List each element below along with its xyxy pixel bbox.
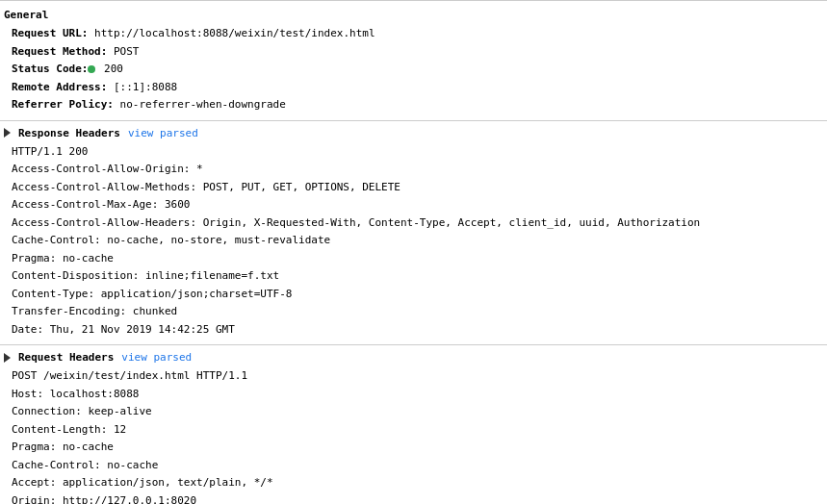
request-headers-view-parsed[interactable]: view parsed xyxy=(121,351,192,364)
general-section: General Request URL: http://localhost:80… xyxy=(0,0,827,120)
general-field: Request URL: http://localhost:8088/weixi… xyxy=(12,25,815,43)
request-header-line: Content-Length: 12 xyxy=(12,421,815,440)
field-label: Request URL: xyxy=(12,27,88,39)
request-headers-header: Request Headers view parsed xyxy=(0,349,827,365)
request-headers-content: POST /weixin/test/index.html HTTP/1.1Hos… xyxy=(0,365,827,504)
field-value: http://localhost:8088/weixin/test/index.… xyxy=(88,27,375,39)
status-dot-icon xyxy=(88,65,95,73)
request-header-line: Pragma: no-cache xyxy=(12,439,815,457)
field-value: 200 xyxy=(97,63,123,75)
general-field: Remote Address: [::1]:8088 xyxy=(12,79,815,97)
response-header-line: Pragma: no-cache xyxy=(12,250,815,268)
response-header-line: Access-Control-Allow-Headers: Origin, X-… xyxy=(12,214,815,233)
response-header-line: Cache-Control: no-cache, no-store, must-… xyxy=(12,232,815,250)
request-headers-triangle[interactable] xyxy=(4,353,11,363)
response-header-line: Access-Control-Max-Age: 3600 xyxy=(12,196,815,214)
response-header-line: Transfer-Encoding: chunked xyxy=(12,303,815,321)
response-header-line: Date: Thu, 21 Nov 2019 14:42:25 GMT xyxy=(12,321,815,340)
request-headers-label: Request Headers xyxy=(18,351,114,364)
field-label: Remote Address: xyxy=(12,81,107,93)
field-value: no-referrer-when-downgrade xyxy=(114,98,286,111)
request-header-line: Connection: keep-alive xyxy=(12,403,815,421)
field-value: [::1]:8088 xyxy=(107,81,177,93)
request-header-line: Accept: application/json, text/plain, */… xyxy=(12,474,815,492)
general-field: Status Code: 200 xyxy=(12,61,815,79)
request-headers-section: Request Headers view parsed POST /weixin… xyxy=(0,344,827,504)
general-content: Request URL: http://localhost:8088/weixi… xyxy=(0,23,827,118)
field-value: POST xyxy=(107,45,139,58)
response-header-line: Content-Disposition: inline;filename=f.t… xyxy=(12,267,815,286)
response-headers-triangle[interactable] xyxy=(4,128,11,138)
response-header-line: Access-Control-Allow-Origin: * xyxy=(12,161,815,179)
response-headers-header: Response Headers view parsed xyxy=(0,125,827,141)
response-header-line: Content-Type: application/json;charset=U… xyxy=(12,286,815,304)
field-label: Status Code: xyxy=(12,63,88,75)
response-header-line: HTTP/1.1 200 xyxy=(12,143,815,162)
general-label: General xyxy=(4,9,48,21)
response-headers-section: Response Headers view parsed HTTP/1.1 20… xyxy=(0,120,827,345)
request-header-line: Host: localhost:8088 xyxy=(12,386,815,404)
general-header: General xyxy=(0,5,827,23)
general-field: Request Method: POST xyxy=(12,43,815,62)
response-headers-content: HTTP/1.1 200Access-Control-Allow-Origin:… xyxy=(0,141,827,343)
request-header-line: POST /weixin/test/index.html HTTP/1.1 xyxy=(12,367,815,386)
response-headers-view-parsed[interactable]: view parsed xyxy=(128,127,198,139)
response-header-line: Access-Control-Allow-Methods: POST, PUT,… xyxy=(12,179,815,197)
request-header-line: Cache-Control: no-cache xyxy=(12,457,815,475)
response-headers-label: Response Headers xyxy=(18,127,120,139)
request-header-line: Origin: http://127.0.0.1:8020 xyxy=(12,492,815,505)
general-field: Referrer Policy: no-referrer-when-downgr… xyxy=(12,96,815,114)
field-label: Referrer Policy: xyxy=(12,98,114,111)
field-label: Request Method: xyxy=(12,45,107,58)
